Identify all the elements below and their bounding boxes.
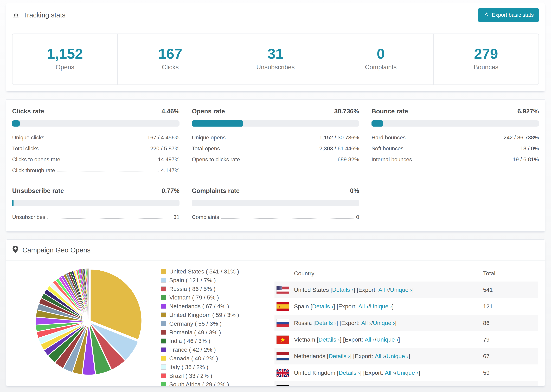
rate-section-complaints-rate: Complaints rate0%Complaints0 [192,187,359,220]
export-all-link[interactable]: All › [365,336,375,343]
export-basic-stats-button[interactable]: Export basic stats [478,8,539,22]
detail-label: Soft bounces [372,145,403,152]
geo-pie-wrap [32,265,145,386]
detail-label: Hard bounces [372,134,406,141]
country-name: United States [294,287,329,293]
legend-item: Italy ( 36 / 2% ) [161,364,254,371]
country-cell: Germany [Details ›] [Export: All › / Uni… [275,385,483,386]
detail-label: Unsubscribes [12,214,45,220]
rate-progress-track [192,120,359,126]
details-link[interactable]: Details › [315,320,336,326]
dotted-leader [57,172,159,172]
detail-value: 167 / 4.456% [147,134,179,141]
country-name: Spain [294,303,309,310]
export-all-link[interactable]: All › [367,386,377,386]
es-flag-icon [276,302,289,311]
export-label: Export: [345,336,363,343]
de-flag-icon [276,385,289,386]
summary-value: 31 [268,47,283,61]
export-unique-link[interactable]: Unique › [376,336,398,343]
rate-progress-fill [12,200,14,206]
export-label: Export: [365,369,383,376]
rate-progress-fill [372,120,383,126]
detail-value: 2,303 / 61.446% [319,145,359,152]
detail-value: 18 / 0% [520,145,539,152]
geo-table-header: Country Total [275,265,538,281]
legend-item: United States ( 541 / 31% ) [161,268,254,275]
details-link[interactable]: Details › [339,369,360,376]
rate-detail-row: Unsubscribes31 [12,214,179,220]
export-label: Export: [341,320,360,326]
rate-detail-row: Total clicks220 / 5.87% [12,145,179,152]
legend-swatch [161,278,166,283]
legend-swatch [161,321,166,326]
geo-section-title: Campaign Geo Opens [22,246,91,254]
table-row-us: United States [Details ›] [Export: All ›… [275,281,538,298]
legend-label: France ( 42 / 2% ) [169,346,216,353]
export-all-link[interactable]: All › [378,287,389,293]
legend-swatch [161,304,166,309]
rate-progress-fill [192,120,243,126]
geo-country-table: Country Total United States [Details ›] … [275,265,538,386]
geo-body: United States ( 541 / 31% )Spain ( 121 /… [6,261,545,386]
rate-value: 0% [350,187,359,195]
total-column-header: Total [483,270,538,277]
legend-swatch [161,373,166,378]
rates-card: Clicks rate4.46%Unique clicks167 / 4.456… [6,99,545,231]
rate-progress-track [12,200,179,206]
summary-card-opens: 1,152Opens [13,34,117,84]
nl-flag-icon [276,352,289,360]
detail-label: Clicks to opens rate [12,156,60,163]
campaign-geo-opens-header: Campaign Geo Opens [6,240,545,261]
detail-label: Total clicks [12,145,39,152]
export-all-link[interactable]: All › [375,353,385,359]
rate-value: 30.736% [334,108,359,115]
rate-detail-row: Unique clicks167 / 4.456% [12,134,179,141]
rate-progress-fill [12,120,20,126]
summary-stats-panel: 1,152Opens167Clicks31Unsubscribes0Compla… [12,34,539,85]
legend-swatch [161,338,166,343]
detail-value: 1,152 / 30.736% [319,134,359,141]
detail-label: Unique clicks [12,134,44,141]
rate-progress-track [192,200,359,206]
export-icon [483,11,489,19]
summary-card-clicks: 167Clicks [117,34,223,84]
rate-detail-row: Internal bounces19 / 6.81% [372,156,539,163]
legend-item: Germany ( 55 / 3% ) [161,320,254,327]
dotted-leader [62,161,156,161]
table-row-es: Spain [Details ›] [Export: All › / Uniqu… [275,298,538,315]
rate-section-opens-rate: Opens rate30.736%Unique opens1,152 / 30.… [192,108,359,174]
total-cell: 67 [483,353,538,359]
export-all-link[interactable]: All › [358,303,368,310]
country-name: Netherlands [294,353,325,359]
dotted-leader [221,218,354,219]
export-unique-link[interactable]: Unique › [370,303,392,310]
details-link[interactable]: Details › [332,287,353,293]
export-all-link[interactable]: All › [385,369,395,376]
export-unique-link[interactable]: Unique › [373,320,395,326]
legend-swatch [161,269,166,274]
table-row-gb: United Kingdom [Details ›] [Export: All … [275,364,538,381]
legend-label: Netherlands ( 67 / 4% ) [169,303,229,310]
map-pin-icon [13,245,18,255]
country-name: United Kingdom [294,369,335,376]
rate-detail-row: Clicks to opens rate14.497% [12,156,179,163]
summary-card-bounces: 279Bounces [433,34,538,84]
details-link[interactable]: Details › [321,386,343,386]
detail-label: Complaints [192,214,219,220]
export-unique-link[interactable]: Unique › [396,369,418,376]
details-link[interactable]: Details › [312,303,333,310]
export-unique-link[interactable]: Unique › [390,287,412,293]
campaign-geo-opens-card: Campaign Geo Opens United States ( 541 /… [6,239,545,386]
legend-item: India ( 46 / 3% ) [161,337,254,344]
details-link[interactable]: Details › [329,353,350,359]
export-unique-link[interactable]: Unique › [379,386,401,386]
details-link[interactable]: Details › [318,336,340,343]
dotted-leader [414,161,511,161]
legend-label: Germany ( 55 / 3% ) [169,320,222,327]
rate-section-unsubscribe-rate: Unsubscribe rate0.77%Unsubscribes31 [12,187,179,220]
rate-detail-row: Click through rate4.147% [12,167,179,174]
export-unique-link[interactable]: Unique › [386,353,409,359]
rate-section-bounce-rate: Bounce rate6.927%Hard bounces242 / 86.73… [372,108,539,174]
export-all-link[interactable]: All › [361,320,371,326]
